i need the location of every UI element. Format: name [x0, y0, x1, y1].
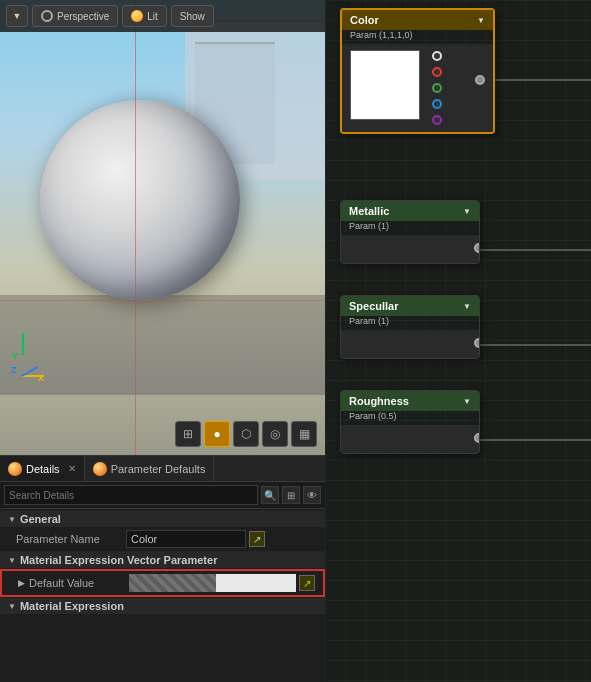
- axis-x-label: X: [38, 373, 44, 383]
- viewport: X Y Z ▼ Perspective Lit Show ⊞ ●: [0, 0, 325, 455]
- connector-specular: [474, 338, 480, 348]
- node-metallic[interactable]: Metallic ▼ Param (1): [340, 200, 480, 264]
- pin-blue[interactable]: [432, 99, 442, 109]
- node-metallic-body: [341, 235, 479, 263]
- pin-row-red: [428, 64, 446, 80]
- perspective-button[interactable]: Perspective: [32, 5, 118, 27]
- node-roughness-chevron[interactable]: ▼: [463, 397, 471, 406]
- node-roughness-title: Roughness: [349, 395, 409, 407]
- perspective-label: Perspective: [57, 11, 109, 22]
- mode-btn-circle[interactable]: ◎: [262, 421, 288, 447]
- section-header-mat-expr[interactable]: ▼ Material Expression: [0, 598, 325, 614]
- connector-metallic: [474, 243, 480, 253]
- mat-vec-collapse-icon: ▼: [8, 556, 16, 565]
- lit-label: Lit: [147, 11, 158, 22]
- viewport-mode-buttons: ⊞ ● ⬡ ◎ ▦: [175, 421, 317, 447]
- tab-param-defaults[interactable]: Parameter Defaults: [85, 456, 215, 481]
- viewport-arrow-btn[interactable]: ▼: [6, 5, 28, 27]
- sphere-container: [40, 100, 240, 300]
- viewport-toolbar: ▼ Perspective Lit Show: [0, 0, 325, 32]
- color-preview-swatch[interactable]: [350, 50, 420, 120]
- param-name-label: Parameter Name: [16, 533, 126, 545]
- node-roughness-header: Roughness ▼: [341, 391, 479, 411]
- section-mat-expr-vec-label: Material Expression Vector Parameter: [20, 554, 217, 566]
- pin-row-blue: [428, 96, 446, 112]
- node-specular-body: [341, 330, 479, 358]
- pin-row-alpha: [428, 112, 446, 128]
- color-output-pins: [428, 46, 446, 130]
- mode-btn-hex[interactable]: ⬡: [233, 421, 259, 447]
- axis-y-line: [22, 333, 24, 355]
- default-value-label: Default Value: [29, 577, 129, 589]
- color-reset-button[interactable]: ↗: [299, 575, 315, 591]
- pin-red[interactable]: [432, 67, 442, 77]
- node-metallic-title: Metallic: [349, 205, 389, 217]
- node-specular-chevron[interactable]: ▼: [463, 302, 471, 311]
- node-color-chevron[interactable]: ▼: [477, 16, 485, 25]
- left-panel: X Y Z ▼ Perspective Lit Show ⊞ ●: [0, 0, 325, 682]
- node-metallic-header: Metallic ▼: [341, 201, 479, 221]
- connector-color: [475, 75, 485, 85]
- prop-row-default-value[interactable]: ▶ Default Value ↗: [0, 569, 325, 597]
- swatch-checker-pattern: [129, 574, 216, 592]
- node-specular-subtitle: Param (1): [341, 316, 479, 330]
- grid-view-button[interactable]: ⊞: [282, 486, 300, 504]
- section-header-mat-vec[interactable]: ▼ Material Expression Vector Parameter: [0, 552, 325, 568]
- tab-details[interactable]: Details ✕: [0, 456, 85, 481]
- prop-row-param-name: Parameter Name ↗: [0, 527, 325, 552]
- mode-btn-dots[interactable]: ▦: [291, 421, 317, 447]
- connector-roughness: [474, 433, 480, 443]
- details-tab-icon: [8, 462, 22, 476]
- section-mat-expr-label: Material Expression: [20, 600, 124, 612]
- param-name-input[interactable]: [126, 530, 246, 548]
- node-color[interactable]: Color ▼ Param (1,1,1,0): [340, 8, 495, 134]
- filter-button[interactable]: 👁: [303, 486, 321, 504]
- node-specular[interactable]: Specullar ▼ Param (1): [340, 295, 480, 359]
- default-value-color-swatch[interactable]: [129, 574, 296, 592]
- param-tab-icon: [93, 462, 107, 476]
- pin-row-green: [428, 80, 446, 96]
- node-graph-panel[interactable]: Color ▼ Param (1,1,1,0): [325, 0, 591, 682]
- default-value-arrow: ▶: [18, 578, 25, 588]
- search-details-input[interactable]: [4, 485, 258, 505]
- node-metallic-chevron[interactable]: ▼: [463, 207, 471, 216]
- lit-icon: [131, 10, 143, 22]
- details-search-bar: 🔍 ⊞ 👁: [0, 482, 325, 509]
- axis-z-label: Z: [11, 365, 17, 375]
- mat-expr-collapse-icon: ▼: [8, 602, 16, 611]
- tab-details-close[interactable]: ✕: [68, 463, 76, 474]
- node-color-subtitle: Param (1,1,1,0): [342, 30, 493, 44]
- show-button[interactable]: Show: [171, 5, 214, 27]
- pin-alpha[interactable]: [432, 115, 442, 125]
- lit-button[interactable]: Lit: [122, 5, 167, 27]
- pin-row-white: [428, 48, 446, 64]
- search-button[interactable]: 🔍: [261, 486, 279, 504]
- tab-param-label: Parameter Defaults: [111, 463, 206, 475]
- param-name-icon-btn[interactable]: ↗: [249, 531, 265, 547]
- node-color-title: Color: [350, 14, 379, 26]
- node-color-header: Color ▼: [342, 10, 493, 30]
- arrow-down-icon: ▼: [13, 11, 22, 21]
- mode-btn-grid[interactable]: ⊞: [175, 421, 201, 447]
- section-collapse-icon: ▼: [8, 515, 16, 524]
- tab-details-label: Details: [26, 463, 60, 475]
- pin-white[interactable]: [432, 51, 442, 61]
- node-roughness-body: [341, 425, 479, 453]
- node-roughness[interactable]: Roughness ▼ Param (0.5): [340, 390, 480, 454]
- section-general-label: General: [20, 513, 61, 525]
- axis-y-label: Y: [12, 351, 18, 361]
- preview-sphere: [40, 100, 240, 300]
- perspective-icon: [41, 10, 53, 22]
- node-specular-title: Specullar: [349, 300, 399, 312]
- show-label: Show: [180, 11, 205, 22]
- node-metallic-subtitle: Param (1): [341, 221, 479, 235]
- details-panel: Details ✕ Parameter Defaults 🔍 ⊞ 👁 ▼ Gen…: [0, 455, 325, 682]
- mode-btn-sphere[interactable]: ●: [204, 421, 230, 447]
- node-color-body: [342, 44, 493, 132]
- section-header-general[interactable]: ▼ General: [0, 511, 325, 527]
- details-content: ▼ General Parameter Name ↗ ▼ Material Ex…: [0, 509, 325, 682]
- node-specular-header: Specullar ▼: [341, 296, 479, 316]
- param-name-value-container: ↗: [126, 530, 317, 548]
- node-roughness-subtitle: Param (0.5): [341, 411, 479, 425]
- pin-green[interactable]: [432, 83, 442, 93]
